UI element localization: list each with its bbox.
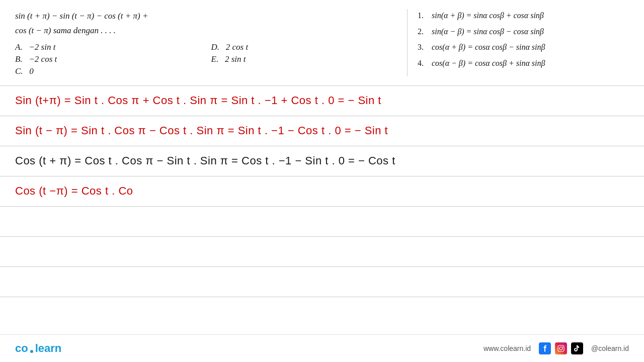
footer: co learn www.colearn.id: [0, 334, 644, 362]
formula-4: 4. cos(α − β) = cosα cosβ + sinα sinβ: [418, 57, 629, 70]
formula-1: 1. sin(α + β) = sinα cosβ + cosα sinβ: [418, 9, 629, 22]
svg-point-1: [559, 347, 562, 350]
instagram-icon: [555, 342, 567, 354]
formula-3: 3. cos(α + β) = cosα cosβ − sinα sinβ: [418, 41, 629, 54]
formula-4-text: cos(α − β) = cosα cosβ + sinα sinβ: [432, 57, 545, 70]
solution-line-4-text: Cos (t −π) = Cos t . Co: [15, 185, 133, 198]
website-url: www.colearn.id: [484, 344, 531, 352]
formula-part: 1. sin(α + β) = sinα cosβ + cosα sinβ 2.…: [418, 9, 629, 72]
tiktok-icon: [571, 342, 583, 354]
formula-3-text: cos(α + β) = cosα cosβ − sinα sinβ: [432, 41, 545, 54]
logo-learn: learn: [35, 342, 62, 355]
formula-2-number: 2.: [418, 25, 428, 38]
svg-rect-0: [558, 345, 564, 351]
solution-lines: Sin (t+π) = Sin t . Cos π + Cos t . Sin …: [0, 86, 644, 334]
formula-2: 2. sin(α − β) = sinα cosβ − cosα sinβ: [418, 25, 629, 38]
facebook-icon: [539, 342, 551, 354]
formula-2-text: sin(α − β) = sinα cosβ − cosα sinβ: [432, 25, 544, 38]
solution-line-1-text: Sin (t+π) = Sin t . Cos π + Cos t . Sin …: [15, 94, 381, 107]
top-section: sin (t + π) − sin (t − π) − cos (t + π) …: [0, 0, 644, 86]
content-area: sin (t + π) − sin (t − π) − cos (t + π) …: [0, 0, 644, 334]
question-line1: sin (t + π) − sin (t − π) − cos (t + π) …: [15, 11, 148, 21]
answer-e: E. 2 sin t: [211, 54, 387, 64]
answers: A. −2 sin t D. 2 cos t B. −2 cos t E. 2 …: [15, 42, 387, 76]
formula-4-number: 4.: [418, 57, 428, 70]
social-icons: [539, 342, 583, 354]
logo-co: co: [15, 342, 28, 355]
logo: co learn: [15, 342, 61, 355]
solution-line-1: Sin (t+π) = Sin t . Cos π + Cos t . Sin …: [0, 86, 644, 116]
solution-line-2: Sin (t − π) = Sin t . Cos π − Cos t . Si…: [0, 116, 644, 146]
question-part: sin (t + π) − sin (t − π) − cos (t + π) …: [15, 9, 397, 76]
solution-line-3: Cos (t + π) = Cos t . Cos π − Sin t . Si…: [0, 146, 644, 176]
answer-a: A. −2 sin t: [15, 42, 191, 52]
answer-b: B. −2 cos t: [15, 54, 191, 64]
footer-right: www.colearn.id: [484, 342, 629, 354]
answer-d: D. 2 cos t: [211, 42, 387, 52]
empty-line-3: [0, 267, 644, 297]
answer-c: C. 0: [15, 66, 191, 76]
solution-line-4: Cos (t −π) = Cos t . Co: [0, 176, 644, 207]
question-text: sin (t + π) − sin (t − π) − cos (t + π) …: [15, 9, 387, 38]
empty-line-2: [0, 237, 644, 267]
logo-dot: [30, 350, 33, 353]
vertical-divider: [407, 9, 408, 76]
empty-line-1: [0, 207, 644, 237]
solution-line-2-text: Sin (t − π) = Sin t . Cos π − Cos t . Si…: [15, 124, 388, 137]
question-line2: cos (t − π) sama dengan . . . .: [15, 26, 116, 35]
formula-1-number: 1.: [418, 9, 428, 22]
solution-line-3-text: Cos (t + π) = Cos t . Cos π − Sin t . Si…: [15, 154, 395, 167]
formula-1-text: sin(α + β) = sinα cosβ + cosα sinβ: [432, 9, 544, 22]
main-container: sin (t + π) − sin (t − π) − cos (t + π) …: [0, 0, 644, 362]
svg-point-2: [562, 346, 564, 347]
formula-3-number: 3.: [418, 41, 428, 54]
social-handle: @colearn.id: [591, 344, 629, 352]
